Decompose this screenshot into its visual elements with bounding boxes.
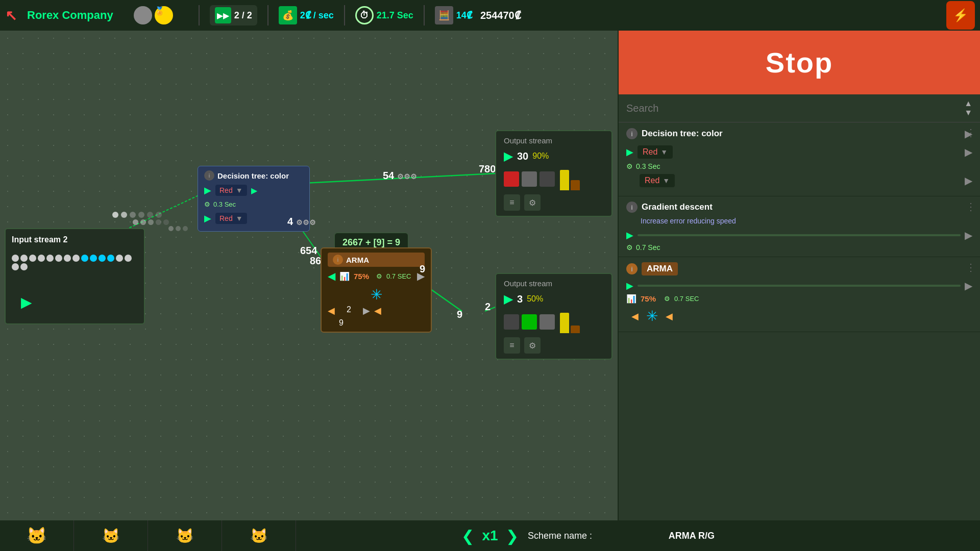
arma-bottom-arrow2[interactable]: ◀ [374, 305, 381, 316]
canvas-area: Input stream 2 ▶ i Decision tree: color … [0, 31, 618, 520]
arma-node-left-arrow[interactable]: ◀ [328, 270, 335, 282]
arma-panel-compass: ✳ [646, 308, 658, 324]
output-1-title: Output stream [504, 136, 604, 145]
decision-speed-row: ⚙ 0.3 Sec [204, 199, 303, 210]
arma-panel-left-arr[interactable]: ◀ [631, 311, 639, 322]
arma-compass: ✳ [328, 286, 425, 303]
stream-play-button[interactable]: ▶ [21, 294, 32, 311]
output-2-stack-btn[interactable]: ≡ [504, 337, 520, 354]
timer-stat: ⏱ 21.7 Sec [355, 6, 413, 24]
arma-panel-track [638, 285, 961, 287]
bar-yellow [560, 170, 569, 190]
arma-bar-icon: 📊 [339, 271, 350, 281]
scheme-name: ARMA R/G [669, 531, 715, 541]
top-right-button[interactable]: ⚡ [946, 1, 975, 30]
decision-play-btn-2[interactable]: ▶ [204, 213, 211, 224]
arma-panel-play-left[interactable]: ▶ [626, 280, 633, 291]
output-2-play[interactable]: ▶ [504, 292, 513, 306]
decision-node-info[interactable]: i [204, 170, 214, 181]
color-darkgray-2 [504, 314, 519, 330]
arma-bottom-num1: 2 [347, 305, 351, 316]
arma-panel-menu[interactable]: ⋮ [966, 261, 976, 273]
arma-node[interactable]: i ARMA ◀ 📊 75% ⚙ 0.7 SEC ▶ ✳ ◀ 2 ▶ ◀ 9 [321, 247, 432, 333]
num-9-arma: 9 [420, 263, 425, 275]
bar-brown [571, 180, 580, 190]
decision-panel-title: Decision tree: color [642, 129, 723, 139]
bar-yellow-2 [560, 313, 569, 333]
output-stream-1: Output stream ▶ 30 90% ≡ ⚙ [495, 130, 612, 217]
decision-panel-dropdown-2[interactable]: Red ▼ [640, 174, 675, 187]
decision-node-arrow-1: ▶ [251, 186, 257, 195]
output-2-num: 3 [517, 293, 523, 305]
gradient-panel-menu[interactable]: ⋮ [966, 201, 976, 213]
counter-value: 2 / 2 [234, 10, 252, 21]
output-2-title: Output stream [504, 279, 604, 288]
rate-icon: 💰 [279, 6, 297, 24]
arma-bottom-right-arrow[interactable]: ▶ [363, 305, 370, 316]
stop-button[interactable]: Stop [619, 31, 980, 94]
gradient-desc: Increase error reducing speed [641, 217, 972, 225]
divider-3 [344, 5, 345, 26]
arma-panel-speed-icon: ⚙ [664, 295, 670, 303]
arma-node-info[interactable]: i [333, 255, 343, 265]
arma-panel-right-arr[interactable]: ◀ [666, 311, 673, 322]
bar-brown-2 [571, 325, 580, 333]
color-green-square [522, 314, 537, 330]
color-red-square [504, 171, 519, 187]
calc-icon: 🧮 [435, 6, 453, 24]
gradient-track [638, 234, 961, 236]
gradient-speed: ⚙ 0.7 Sec [626, 243, 972, 252]
logo-arrow[interactable]: ↖ [5, 7, 17, 24]
color-gray-2 [540, 314, 555, 330]
total-value: 254470₡ [480, 9, 521, 21]
output-2-pct: 50% [527, 294, 543, 304]
divider-1 [199, 5, 200, 26]
output-1-play[interactable]: ▶ [504, 149, 513, 163]
divider-2 [267, 5, 268, 26]
speed-left-arrow[interactable]: ❮ [461, 527, 474, 545]
decision-tree-menu[interactable]: ⋮ [966, 127, 976, 139]
bottom-cat-4[interactable]: 🐱 [222, 520, 296, 551]
gradient-panel-info[interactable]: i [626, 202, 638, 213]
bottom-cat-2[interactable]: 🐱 [74, 520, 148, 551]
output-1-num: 30 [517, 151, 528, 162]
arma-panel-info[interactable]: i [626, 263, 638, 274]
bottom-cat-1[interactable]: 🐱 [0, 520, 74, 551]
decision-panel-info[interactable]: i [626, 128, 638, 139]
decision-panel-dropdown-1[interactable]: Red ▼ [638, 145, 673, 159]
decision-play-btn[interactable]: ▶ [204, 185, 211, 196]
gradient-panel-arrow[interactable]: ▶ [965, 229, 972, 241]
search-bar: ▲ ▼ [619, 94, 980, 122]
color-gray-square [522, 171, 537, 187]
output-2-settings-btn[interactable]: ⚙ [524, 337, 541, 354]
bottom-cat-3[interactable]: 🐱 [148, 520, 222, 551]
gradient-panel-title: Gradient descent [642, 202, 713, 212]
counter-icon: ▶▶ [215, 7, 231, 23]
arma-bottom-left-arrow[interactable]: ◀ [328, 305, 335, 316]
search-input[interactable] [626, 103, 964, 114]
speed-value: x1 [482, 528, 498, 544]
decision-dropdown-1[interactable]: Red ▼ [215, 185, 247, 196]
arma-panel: ⋮ i ARMA ▶ ▶ 📊 75% ⚙ 0.7 SEC ◀ ✳ ◀ [619, 257, 980, 332]
decision-tree-panel: ⋮ i Decision tree: color ▶ ▶ Red ▼ ▶ ⚙ 0… [619, 122, 980, 196]
right-panel: Stop ▲ ▼ ⋮ i Decision tree: color ▶ ▶ Re… [618, 31, 980, 551]
decision-dropdown-2[interactable]: Red ▼ [215, 213, 247, 224]
scroll-up[interactable]: ▲ [964, 99, 972, 108]
bottom-bar: 🐱 🐱 🐱 🐱 ❮ x1 ❯ Scheme name : ARMA R/G [0, 520, 980, 551]
gradient-play-btn[interactable]: ▶ [626, 230, 633, 241]
num-54: 54 ⚙⚙⚙ [383, 170, 417, 182]
avatar-group: 🏅 [134, 6, 173, 24]
decision-panel-speed: ⚙ 0.3 Sec [626, 162, 972, 170]
arma-panel-arrow[interactable]: ▶ [965, 280, 972, 292]
arma-node-title: ARMA [346, 256, 369, 264]
decision-panel-arrow-1[interactable]: ▶ [965, 146, 972, 158]
output-1-stack-btn[interactable]: ≡ [504, 194, 520, 211]
stream-dots [12, 255, 138, 270]
decision-panel-arrow-2[interactable]: ▶ [965, 174, 972, 187]
calc-stat: 🧮 14₡ 254470₡ [435, 6, 521, 24]
output-1-settings-btn[interactable]: ⚙ [524, 194, 541, 211]
color-darkgray-square [540, 171, 555, 187]
speed-right-arrow[interactable]: ❯ [506, 527, 519, 545]
scroll-down[interactable]: ▼ [964, 108, 972, 117]
decision-panel-play[interactable]: ▶ [626, 146, 633, 158]
